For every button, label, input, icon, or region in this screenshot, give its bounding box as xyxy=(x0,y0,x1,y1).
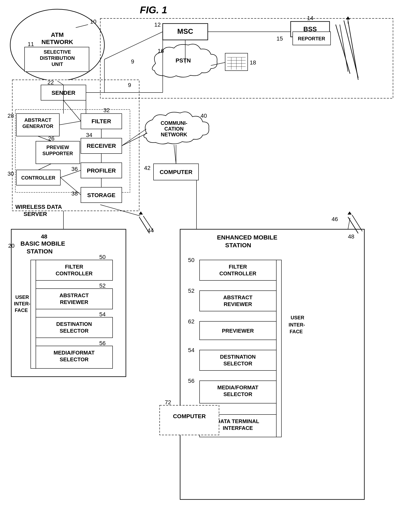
ems-ui-label3: FACE xyxy=(290,329,303,334)
ps-label2: SUPPORTER xyxy=(42,151,73,156)
ref-10: 10 xyxy=(90,19,96,25)
ref-16: 16 xyxy=(158,48,164,54)
ref-9b: 9 xyxy=(128,82,131,88)
msc-label: MSC xyxy=(177,27,193,35)
ref-30: 30 xyxy=(7,171,14,177)
svg-rect-67 xyxy=(200,291,276,311)
bms-ref-52: 52 xyxy=(99,283,106,289)
ref-18: 18 xyxy=(250,59,256,66)
cn-label1: COMMUNI- xyxy=(161,120,188,126)
diagram-container: FIG. 1 ATM NETWORK 10 SELECTIVE DISTRIBU… xyxy=(0,0,402,532)
cn-label3: NETWORK xyxy=(161,132,187,137)
bfc-label1: FILTER xyxy=(65,264,83,270)
ctrl-label: CONTROLLER xyxy=(21,175,56,181)
svg-rect-56 xyxy=(31,260,36,368)
ref-44: 44 xyxy=(147,227,154,234)
bms-ref-56: 56 xyxy=(99,340,106,346)
computer-main-label: COMPUTER xyxy=(160,169,192,175)
bar-label1: ABSTRACT xyxy=(60,292,89,298)
ems-label1: ENHANCED MOBILE xyxy=(217,234,277,241)
bds-label2: SELECTOR xyxy=(60,328,88,334)
ref-15: 15 xyxy=(276,35,283,42)
comp72-label: COMPUTER xyxy=(173,413,206,419)
ems-label2: STATION xyxy=(225,242,251,248)
ear-label2: REVIEWER xyxy=(224,301,252,307)
atm-network-label2: NETWORK xyxy=(42,38,73,45)
bms-ref-54: 54 xyxy=(99,311,106,317)
edti-label2: INTERFACE xyxy=(223,425,253,431)
ref-34: 34 xyxy=(86,132,92,138)
svg-rect-73 xyxy=(160,405,219,435)
bmfs-label2: SELECTOR xyxy=(60,356,88,362)
ems-ref-48: 48 xyxy=(348,233,354,240)
efc-label1: FILTER xyxy=(229,264,247,270)
ems-ref-54: 54 xyxy=(188,347,195,353)
pstn-label: PSTN xyxy=(176,57,191,64)
svg-rect-53 xyxy=(36,289,113,309)
ref-28: 28 xyxy=(7,113,14,119)
svg-rect-52 xyxy=(36,260,113,280)
emfs-label1: MEDIA/FORMAT xyxy=(217,384,258,391)
eds-label2: SELECTOR xyxy=(223,361,252,367)
ref-36: 36 xyxy=(71,166,78,172)
bms-ref-50: 50 xyxy=(99,254,106,260)
ref-40: 40 xyxy=(201,113,207,119)
bmfs-label1: MEDIA/FORMAT xyxy=(54,350,94,356)
wds-label1: WIRELESS DATA xyxy=(15,204,62,210)
ear-label1: ABSTRACT xyxy=(223,294,253,300)
ag-label1: ABSTRACT xyxy=(24,117,51,123)
ref-46: 46 xyxy=(332,216,338,222)
reporter-label: REPORTER xyxy=(298,36,325,41)
sdu-label3: UNIT xyxy=(52,61,63,67)
bms-ref: 48 xyxy=(41,233,47,240)
ems-ref-52: 52 xyxy=(188,288,195,294)
efc-label2: CONTROLLER xyxy=(220,270,257,277)
figure-title: FIG. 1 xyxy=(140,5,167,15)
svg-rect-69 xyxy=(200,350,276,370)
ems-ref-62: 62 xyxy=(188,318,195,325)
bms-ui-label2: INTER- xyxy=(14,301,30,306)
profiler-label: PROFILER xyxy=(87,167,116,174)
bms-label2: STATION xyxy=(27,248,53,255)
ref-32: 32 xyxy=(103,107,110,114)
wds-label2: SERVER xyxy=(24,211,47,217)
eprev-label: PREVIEWER xyxy=(222,328,254,334)
ref-72: 72 xyxy=(165,399,171,405)
ref-9: 9 xyxy=(131,58,134,65)
ref-11: 11 xyxy=(28,41,34,47)
eds-label1: DESTINATION xyxy=(220,354,256,360)
ems-ui-label2: INTER- xyxy=(289,322,305,328)
ref-14: 14 xyxy=(307,15,313,21)
bar-label2: REVIEWER xyxy=(60,299,88,305)
storage-label: STORAGE xyxy=(87,192,115,198)
bds-label1: DESTINATION xyxy=(56,321,92,327)
ps-label1: PREVIEW xyxy=(46,145,69,150)
ems-ref-56: 56 xyxy=(188,378,195,384)
receiver-label: RECEIVER xyxy=(87,143,116,149)
sdu-label1: SELECTIVE xyxy=(44,49,71,55)
svg-rect-66 xyxy=(200,260,276,280)
ems-ref-50: 50 xyxy=(188,257,195,263)
bms-label1: BASIC MOBILE xyxy=(20,240,65,247)
ref-42: 42 xyxy=(144,165,151,171)
ref-22: 22 xyxy=(48,79,54,86)
svg-rect-72 xyxy=(276,260,282,437)
bfc-label2: CONTROLLER xyxy=(56,270,93,277)
ems-ui-label1: USER xyxy=(291,315,304,320)
svg-rect-54 xyxy=(36,317,113,338)
emfs-label2: SELECTOR xyxy=(223,391,252,397)
cn-label2: CATION xyxy=(164,126,184,132)
ag-label2: GENERATOR xyxy=(22,123,53,129)
ref-20: 20 xyxy=(8,243,14,249)
bms-ui-label3: FACE xyxy=(15,307,28,313)
sdu-label2: DISTRIBUTION xyxy=(40,55,75,61)
ref-12: 12 xyxy=(154,21,161,28)
edti-label1: DATA TERMINAL xyxy=(217,418,259,424)
ref-26: 26 xyxy=(48,135,54,142)
bms-ui-label1: USER xyxy=(15,294,29,300)
atm-network-label: ATM xyxy=(51,31,64,38)
filter-label: FILTER xyxy=(92,118,111,124)
